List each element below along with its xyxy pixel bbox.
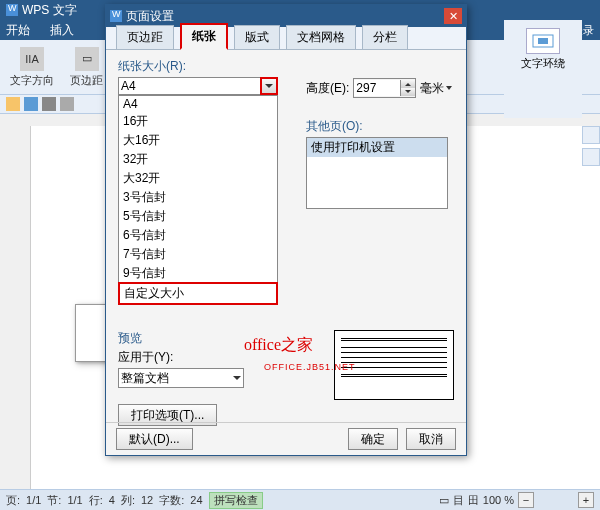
opt-env7[interactable]: 7号信封	[119, 245, 277, 264]
print-icon[interactable]	[42, 97, 56, 111]
text-direction-label: 文字方向	[10, 73, 54, 88]
svg-rect-1	[538, 38, 548, 44]
paper-size-dropdown-button[interactable]	[260, 77, 278, 95]
tab-paper[interactable]: 纸张	[180, 23, 228, 50]
other-pages-selected[interactable]: 使用打印机设置	[307, 138, 447, 157]
tab-columns[interactable]: 分栏	[362, 25, 408, 49]
page-value: 1/1	[26, 494, 41, 506]
app-title: WPS 文字	[22, 2, 77, 19]
other-pages-label: 其他页(O):	[306, 118, 448, 135]
zoom-out-button[interactable]: −	[518, 492, 534, 508]
save-icon[interactable]	[24, 97, 38, 111]
cancel-button[interactable]: 取消	[406, 428, 456, 450]
view-icon-3[interactable]: 田	[468, 493, 479, 508]
tab-margin[interactable]: 页边距	[116, 25, 174, 49]
chars-label: 字数:	[159, 493, 184, 508]
col-label: 列:	[121, 493, 135, 508]
opt-env5[interactable]: 5号信封	[119, 207, 277, 226]
tab-layout[interactable]: 版式	[234, 25, 280, 49]
open-icon[interactable]	[6, 97, 20, 111]
height-group: 高度(E): 毫米	[306, 78, 452, 98]
left-sidebar	[0, 126, 31, 490]
paper-size-input[interactable]	[118, 77, 278, 95]
opt-big16k[interactable]: 大16开	[119, 131, 277, 150]
statusbar: 页:1/1 节:1/1 行:4 列:12 字数:24 拼写检查 ▭ 目 田 10…	[0, 489, 600, 510]
height-spinner[interactable]	[353, 78, 416, 98]
chars-value: 24	[190, 494, 202, 506]
dialog-titlebar[interactable]: 页面设置 ✕	[106, 5, 466, 27]
wps-logo-icon	[6, 4, 18, 16]
zoom-controls: ▭ 目 田 100 % − +	[439, 492, 594, 508]
text-direction-icon: IIA	[20, 47, 44, 71]
page-setup-dialog: 页面设置 ✕ 页边距 纸张 版式 文档网格 分栏 纸张大小(R): A4 16开…	[105, 4, 467, 456]
dialog-footer: 默认(D)... 确定 取消	[106, 422, 466, 455]
row-label: 行:	[89, 493, 103, 508]
watermark-text: office之家	[244, 335, 313, 356]
tab-grid[interactable]: 文档网格	[286, 25, 356, 49]
dialog-icon	[110, 10, 122, 22]
opt-env3[interactable]: 3号信封	[119, 188, 277, 207]
section-label: 节:	[47, 493, 61, 508]
page-label: 页:	[6, 493, 20, 508]
paper-size-combo: A4 16开 大16开 32开 大32开 3号信封 5号信封 6号信封 7号信封…	[118, 77, 278, 95]
col-value: 12	[141, 494, 153, 506]
right-toolbar: 文字环绕	[504, 20, 582, 118]
page-margin-label: 页边距	[70, 73, 103, 88]
apply-to-value: 整篇文档	[121, 370, 169, 387]
side-tab-1[interactable]	[582, 126, 600, 144]
text-wrap-label: 文字环绕	[521, 56, 565, 71]
text-direction-button[interactable]: IIA 文字方向	[6, 45, 58, 90]
view-icon-2[interactable]: 目	[453, 493, 464, 508]
opt-32k[interactable]: 32开	[119, 150, 277, 169]
unit-dropdown[interactable]: 毫米	[420, 80, 452, 97]
ribbon-tab-insert[interactable]: 插入	[50, 22, 74, 39]
close-button[interactable]: ✕	[444, 8, 462, 24]
other-pages-group: 其他页(O): 使用打印机设置	[306, 118, 448, 209]
row-value: 4	[109, 494, 115, 506]
dialog-tabs: 页边距 纸张 版式 文档网格 分栏	[106, 27, 466, 50]
opt-16k[interactable]: 16开	[119, 112, 277, 131]
view-icon-1[interactable]: ▭	[439, 494, 449, 507]
zoom-value: 100 %	[483, 494, 514, 506]
paper-size-dropdown: A4 16开 大16开 32开 大32开 3号信封 5号信封 6号信封 7号信封…	[118, 95, 278, 305]
paper-size-label: 纸张大小(R):	[118, 58, 454, 75]
watermark-sub: OFFICE.JB51.NET	[264, 362, 356, 372]
side-tab-2[interactable]	[582, 148, 600, 166]
opt-env9[interactable]: 9号信封	[119, 264, 277, 283]
section-value: 1/1	[67, 494, 82, 506]
text-wrap-button[interactable]: 文字环绕	[508, 24, 578, 75]
height-input[interactable]	[354, 80, 400, 96]
default-button[interactable]: 默认(D)...	[116, 428, 193, 450]
dialog-body: 纸张大小(R): A4 16开 大16开 32开 大32开 3号信封 5号信封 …	[106, 50, 466, 436]
side-tabs	[582, 126, 600, 166]
opt-a4[interactable]: A4	[119, 96, 277, 112]
opt-big32k[interactable]: 大32开	[119, 169, 277, 188]
zoom-in-button[interactable]: +	[578, 492, 594, 508]
spellcheck-toggle[interactable]: 拼写检查	[209, 492, 263, 509]
page-margin-icon: ▭	[75, 47, 99, 71]
opt-custom[interactable]: 自定义大小	[118, 282, 278, 305]
text-wrap-icon	[526, 28, 560, 54]
ok-button[interactable]: 确定	[348, 428, 398, 450]
other-pages-list[interactable]: 使用打印机设置	[306, 137, 448, 209]
ribbon-tab-start[interactable]: 开始	[6, 22, 30, 39]
height-spinner-buttons[interactable]	[400, 80, 415, 96]
height-label: 高度(E):	[306, 80, 349, 97]
apply-to-select[interactable]: 整篇文档	[118, 368, 244, 388]
page-margin-button[interactable]: ▭ 页边距	[66, 45, 107, 90]
opt-env6[interactable]: 6号信封	[119, 226, 277, 245]
dialog-title: 页面设置	[126, 8, 174, 25]
preview-icon[interactable]	[60, 97, 74, 111]
